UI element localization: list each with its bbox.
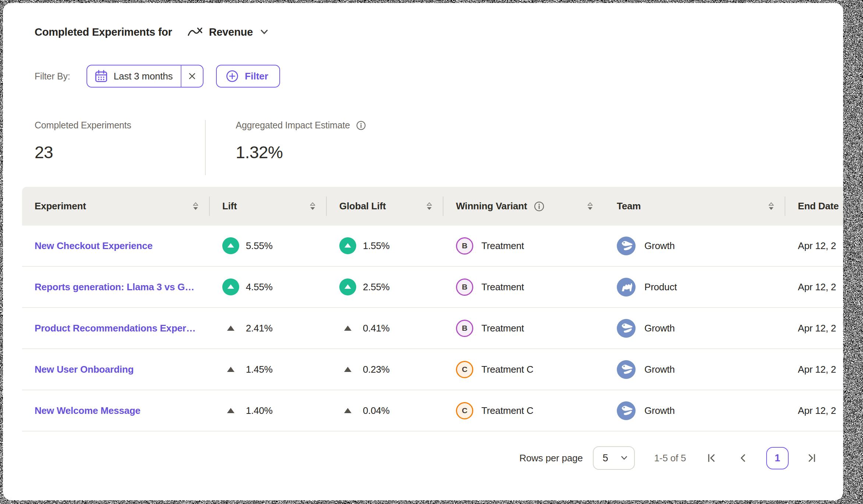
stat-aggregated-impact: Aggregated Impact Estimate 1.32% [236,120,366,175]
column-header-experiment[interactable]: Experiment [22,187,210,226]
add-filter-button[interactable]: Filter [216,65,280,88]
date-filter-label: Last 3 months [114,71,173,82]
variant-label: Treatment [481,281,524,293]
table-row: New Welcome Message 1.40% 0.04% C Treatm… [22,390,843,432]
global-lift-value: 0.04% [363,405,390,416]
stat-value: 1.32% [236,142,366,162]
team-label: Growth [644,323,675,334]
column-header-end-date[interactable]: End Date [785,187,843,226]
global-lift-cell: 0.23% [327,349,443,390]
last-page-icon [806,452,817,464]
experiment-link[interactable]: New Welcome Message [35,405,141,416]
table-row: Product Recommendations Exper… 2.41% 0.4… [22,308,843,349]
lift-up-badge [222,278,239,295]
pagination-bar: Rows per page 5 1-5 of 5 1 [519,446,819,470]
crocodile-icon [619,239,633,253]
variant-label: Treatment [481,323,524,334]
title-row: Completed Experiments for Revenue [35,26,269,38]
global-lift-up-badge [339,402,356,419]
crocodile-icon [619,363,633,376]
first-page-icon [706,452,717,464]
team-avatar [617,319,636,338]
end-date-cell: Apr 12, 2 [785,390,843,431]
experiment-cell: Reports generation: Llama 3 vs G… [22,267,210,307]
team-cell: Growth [604,349,785,390]
team-avatar [617,237,636,255]
winning-variant-cell: C Treatment C [443,349,604,390]
end-date-cell: Apr 12, 2 [785,308,843,348]
variant-badge: C [456,402,473,419]
global-lift-value: 2.55% [363,281,390,293]
plus-circle-icon [226,70,239,83]
previous-page-button[interactable] [736,451,751,465]
experiments-table: Experiment Lift Global Lift Winning Vari… [22,187,843,432]
sort-icon [310,202,316,211]
lift-value: 4.55% [246,281,273,293]
rows-per-page-select[interactable]: 5 [593,446,635,470]
crocodile-icon [619,322,633,335]
team-cell: Product [604,267,785,307]
lift-up-badge [222,402,239,419]
current-page-button[interactable]: 1 [766,447,789,469]
winning-variant-cell: B Treatment [443,267,604,307]
variant-label: Treatment C [481,405,533,416]
end-date-value: Apr 12, 2 [798,323,836,334]
end-date-cell: Apr 12, 2 [785,349,843,390]
variant-badge: B [456,237,473,255]
global-lift-value: 0.41% [363,323,390,334]
experiment-cell: New Welcome Message [22,390,210,431]
experiment-link[interactable]: New User Onboarding [35,364,134,375]
winning-variant-cell: C Treatment C [443,390,604,431]
end-date-value: Apr 12, 2 [798,240,836,252]
sort-icon [587,202,593,211]
info-icon[interactable] [534,201,545,212]
end-date-value: Apr 12, 2 [798,405,836,416]
table-body: New Checkout Experience 5.55% 1.55% B Tr… [22,226,843,432]
sort-icon [192,202,199,211]
last-page-button[interactable] [804,451,819,465]
date-filter-chip[interactable]: Last 3 months [86,65,204,88]
column-header-lift[interactable]: Lift [210,187,327,226]
column-header-global-lift[interactable]: Global Lift [327,187,443,226]
stat-label: Completed Experiments [35,120,131,131]
lift-value: 1.40% [246,405,273,416]
lift-value: 5.55% [246,240,273,252]
remove-filter-button[interactable] [181,65,203,87]
experiment-cell: Product Recommendations Exper… [22,308,210,348]
variant-label: Treatment C [481,364,533,375]
experiment-link[interactable]: New Checkout Experience [35,240,153,252]
team-cell: Growth [604,226,785,266]
column-header-team[interactable]: Team [604,187,785,226]
metric-trend-icon [187,26,203,38]
page-range: 1-5 of 5 [654,452,686,464]
winning-variant-cell: B Treatment [443,308,604,348]
variant-badge: C [456,361,473,378]
chevron-down-icon [620,454,628,462]
variant-badge: B [456,278,473,296]
team-label: Growth [644,405,675,416]
metric-name: Revenue [209,26,253,38]
stat-completed-experiments: Completed Experiments 23 [35,120,131,175]
experiment-link[interactable]: Reports generation: Llama 3 vs G… [35,281,194,293]
experiment-link[interactable]: Product Recommendations Exper… [35,323,196,334]
stat-value: 23 [35,142,131,162]
team-avatar [617,401,636,420]
chip-divider [181,65,181,87]
lift-cell: 4.55% [210,267,327,307]
global-lift-up-badge [339,320,356,337]
column-header-winning-variant[interactable]: Winning Variant [443,187,604,226]
lift-up-badge [222,320,239,337]
app-card: Completed Experiments for Revenue Filter… [3,3,843,500]
info-icon[interactable] [356,120,366,131]
filter-by-label: Filter By: [35,71,70,82]
experiment-cell: New Checkout Experience [22,226,210,266]
lift-up-badge [222,237,239,254]
lift-value: 1.45% [246,364,273,375]
rows-per-page-label: Rows per page [519,452,583,464]
first-page-button[interactable] [704,451,719,465]
metric-selector[interactable]: Revenue [187,26,269,38]
stats-divider [205,120,206,175]
rows-per-page-value: 5 [602,452,608,464]
end-date-cell: Apr 12, 2 [785,267,843,307]
table-row: New User Onboarding 1.45% 0.23% C Treatm… [22,349,843,390]
